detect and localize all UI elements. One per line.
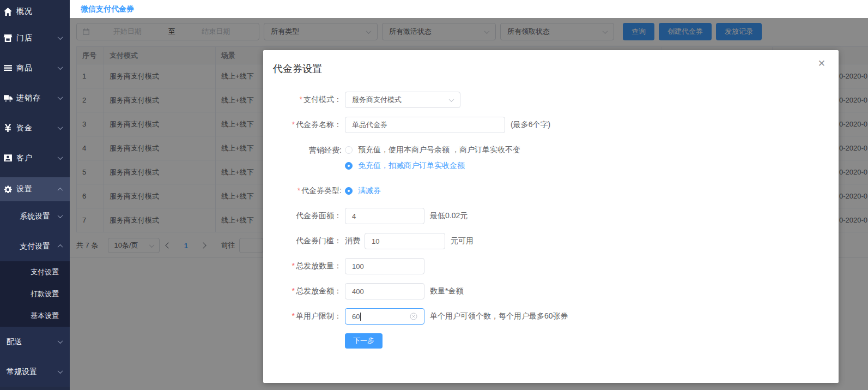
input-value: 60 <box>352 313 360 321</box>
sidebar-item-general-settings[interactable]: 常规设置 <box>0 357 70 387</box>
pay-mode-select[interactable]: 服务商支付模式 <box>345 92 460 108</box>
radio-label: 预充值，使用本商户号余额 ，商户订单实收不变 <box>358 145 520 155</box>
field-label: 代金券名称： <box>296 120 342 129</box>
input-value: 单品代金券 <box>352 120 387 130</box>
threshold-suffix: 元可用 <box>451 236 474 246</box>
payment-settings-submenu: 支付设置 打款设置 基本设置 <box>0 261 70 327</box>
customers-icon <box>0 153 16 163</box>
radio-selected-icon <box>345 187 353 195</box>
inventory-icon <box>0 93 16 103</box>
sidebar-item-payment-setup[interactable]: 支付设置 <box>0 261 70 283</box>
funds-icon <box>0 123 16 133</box>
sidebar-item-goods[interactable]: 商品 <box>0 53 70 83</box>
sidebar-item-label: 打款设置 <box>31 289 59 299</box>
field-total-count: *总发放数量： 100 <box>263 258 839 274</box>
sidebar-item-system-settings[interactable]: 系统设置 <box>0 201 70 231</box>
sidebar-item-label: 资金 <box>16 123 58 133</box>
user-limit-hint: 单个用户可领个数，每个用户最多60张券 <box>430 311 568 321</box>
sidebar-item-customers[interactable]: 客户 <box>0 143 70 173</box>
field-threshold: 代金券门槛： 消费 10 元可用 <box>263 233 839 249</box>
required-mark: * <box>292 120 295 129</box>
required-mark: * <box>300 95 302 104</box>
sidebar-item-funds[interactable]: 资金 <box>0 113 70 143</box>
sidebar-item-label: 常规设置 <box>7 367 58 377</box>
settings-icon <box>0 185 16 194</box>
chevron-down-icon <box>449 97 454 102</box>
home-icon <box>0 7 16 16</box>
total-count-input[interactable]: 100 <box>345 258 424 274</box>
face-value-hint: 最低0.02元 <box>430 211 468 221</box>
total-amount-input[interactable]: 400 <box>345 283 424 299</box>
chevron-down-icon <box>58 154 63 160</box>
store-icon <box>0 33 16 43</box>
settings-submenu: 系统设置 支付设置 支付设置 打款设置 基本设置 配送 常规设置 <box>0 201 70 387</box>
chevron-down-icon <box>58 34 63 40</box>
voucher-name-input[interactable]: 单品代金券 <box>345 117 505 133</box>
radio-label: 满减券 <box>358 186 381 196</box>
voucher-name-hint: (最多6个字) <box>511 120 550 130</box>
field-label: 单用户限制： <box>296 311 342 320</box>
input-value: 400 <box>352 287 364 296</box>
sidebar-item-payment-settings-group[interactable]: 支付设置 <box>0 231 70 261</box>
radio-label: 免充值，扣减商户订单实收金额 <box>358 161 465 171</box>
required-mark: * <box>298 186 300 195</box>
field-label: 支付模式： <box>304 95 342 104</box>
sidebar-item-label: 配送 <box>7 337 58 347</box>
chevron-down-icon <box>58 338 63 344</box>
field-label: 代金券类型: <box>301 186 342 195</box>
radio-selected-icon <box>345 162 353 170</box>
field-face-value: 代金券面额： 4 最低0.02元 <box>263 208 839 224</box>
sidebar-item-label: 基本设置 <box>31 311 59 321</box>
next-step-button[interactable]: 下一步 <box>345 333 383 349</box>
chevron-up-icon <box>58 187 63 193</box>
sidebar-item-settings[interactable]: 设置 <box>0 177 70 201</box>
sidebar-item-label: 设置 <box>16 184 58 194</box>
face-value-input[interactable]: 4 <box>345 208 424 224</box>
required-mark: * <box>292 286 295 295</box>
total-amount-hint: 数量*金额 <box>430 286 463 296</box>
sidebar-item-overview[interactable]: 概况 <box>0 0 70 23</box>
sidebar-item-label: 系统设置 <box>20 212 58 221</box>
required-mark: * <box>292 261 295 270</box>
chevron-down-icon <box>58 368 63 374</box>
chevron-up-icon <box>58 244 63 250</box>
sidebar-item-label: 进销存 <box>16 93 58 103</box>
sidebar-item-label: 客户 <box>16 153 58 163</box>
sidebar-item-transfer-setup[interactable]: 打款设置 <box>0 283 70 305</box>
sidebar-item-stores[interactable]: 门店 <box>0 23 70 53</box>
voucher-settings-dialog: 代金券设置 ✕ *支付模式： 服务商支付模式 *代金券名称： 单品代金券 (最多… <box>263 50 839 383</box>
field-label: 营销经费: <box>309 146 342 154</box>
input-value: 4 <box>352 212 356 220</box>
close-icon[interactable]: ✕ <box>818 59 825 68</box>
sidebar-item-label: 商品 <box>16 63 58 73</box>
voucher-form: *支付模式： 服务商支付模式 *代金券名称： 单品代金券 (最多6个字) 营销经… <box>263 92 839 349</box>
tab-bar: 微信支付代金券 <box>70 0 868 18</box>
required-mark: * <box>292 311 295 320</box>
chevron-down-icon <box>58 94 63 100</box>
sidebar-item-delivery[interactable]: 配送 <box>0 327 70 357</box>
field-pay-mode: *支付模式： 服务商支付模式 <box>263 92 839 108</box>
chevron-down-icon <box>58 213 63 218</box>
field-label: 总发放金额： <box>296 286 342 295</box>
sidebar-item-inventory[interactable]: 进销存 <box>0 83 70 113</box>
user-limit-input[interactable]: 60 <box>345 308 424 325</box>
funding-option-prepay-radio[interactable]: 预充值，使用本商户号余额 ，商户订单实收不变 <box>345 142 520 158</box>
field-total-amount: *总发放金额： 400 数量*金额 <box>263 283 839 299</box>
clear-icon[interactable] <box>410 313 417 320</box>
input-value: 100 <box>352 262 364 271</box>
dialog-title: 代金券设置 <box>263 50 839 75</box>
field-user-limit: *单用户限制： 60 单个用户可领个数，每个用户最多60张券 <box>263 308 839 325</box>
threshold-prefix: 消费 <box>345 236 360 246</box>
voucher-type-radio[interactable]: 满减券 <box>345 183 381 199</box>
sidebar-item-basic-setup[interactable]: 基本设置 <box>0 305 70 327</box>
sidebar: 概况 门店 商品 进销存 资金 客户 设置 <box>0 0 70 390</box>
input-value: 10 <box>372 237 379 245</box>
funding-option-free-radio[interactable]: 免充值，扣减商户订单实收金额 <box>345 158 520 174</box>
threshold-input[interactable]: 10 <box>365 233 445 249</box>
chevron-down-icon <box>58 64 63 70</box>
goods-icon <box>0 63 16 73</box>
field-label: 总发放数量： <box>296 261 342 270</box>
tab-wechat-pay-voucher[interactable]: 微信支付代金券 <box>81 4 134 14</box>
sidebar-item-label: 支付设置 <box>20 242 58 251</box>
field-label: 代金券面额： <box>296 211 342 220</box>
